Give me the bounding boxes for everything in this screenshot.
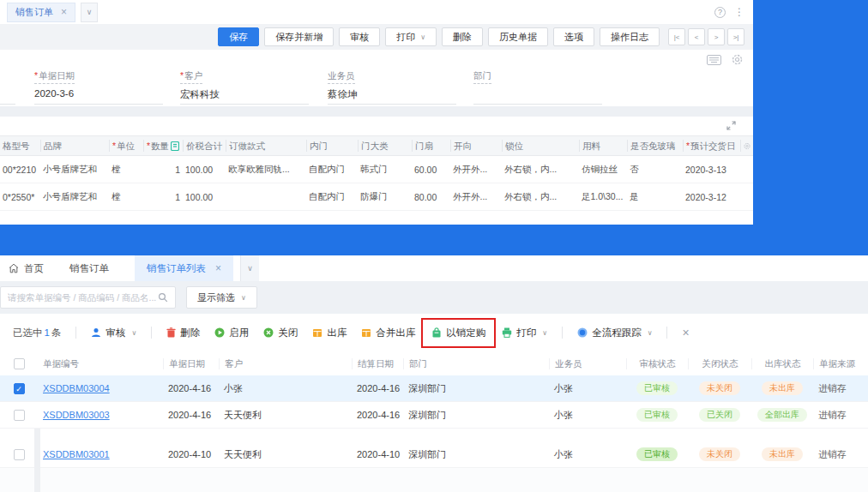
show-filters-button[interactable]: 显示筛选 ∨ — [186, 286, 257, 309]
tab-home[interactable]: 首页 — [9, 262, 44, 275]
batch-fill-icon[interactable] — [171, 141, 179, 151]
col-lock-position[interactable]: 锁位 — [502, 140, 579, 152]
col-salesman[interactable]: 业务员 — [549, 358, 626, 369]
required-marker: * — [34, 70, 38, 81]
last-record-button[interactable]: >| — [727, 28, 744, 45]
order-link[interactable]: XSDDBM03003 — [43, 410, 110, 420]
col-glass-flag[interactable]: 是否免玻璃 — [627, 140, 683, 152]
table-toolbar-area — [0, 117, 753, 135]
print-action-button[interactable]: 打印 ∨ — [502, 327, 547, 339]
close-tab-icon[interactable]: × — [61, 6, 67, 18]
order-link[interactable]: XSDDBM03004 — [43, 383, 110, 393]
tab-sales-order[interactable]: 销售订单 × — [7, 3, 75, 22]
search-filter-bar: 显示筛选 ∨ — [0, 281, 868, 314]
col-door-leaf[interactable]: 门扇 — [412, 140, 450, 152]
status-badge: 已审核 — [636, 447, 678, 461]
prev-record-button[interactable]: < — [688, 28, 705, 45]
save-and-new-button[interactable]: 保存并新增 — [264, 27, 334, 46]
tab-sales-order-list-active[interactable]: 销售订单列表 × — [135, 255, 233, 281]
table-row[interactable]: XSDDBM03003 2020-4-16 天天便利 2020-4-16 深圳部… — [0, 402, 868, 429]
enable-action-button[interactable]: 启用 — [214, 327, 249, 339]
row-gap — [0, 429, 868, 441]
col-material[interactable]: 用料 — [579, 140, 627, 152]
salesman-input[interactable]: 蔡徐坤 — [328, 88, 456, 105]
col-source[interactable]: 单据来源 — [813, 358, 868, 369]
order-line-row[interactable]: 00*2210 小号盾牌艺和 樘 1 100.00 欧享欧雅同轨... 自配内门… — [0, 156, 753, 183]
department-input[interactable] — [473, 88, 602, 105]
clipped-field-underline — [0, 104, 15, 105]
tab-sales-order[interactable]: 销售订单 — [69, 262, 109, 275]
required-marker: * — [112, 140, 116, 152]
audit-button[interactable]: 审核 — [339, 27, 380, 46]
col-open-direction[interactable]: 开向 — [450, 140, 502, 152]
order-link[interactable]: XSDDBM03001 — [43, 449, 110, 459]
make-to-order-action-button[interactable]: 以销定购 — [431, 327, 485, 339]
order-date-input[interactable]: 2020-3-6 — [34, 88, 163, 105]
field-label: 单据日期 — [39, 70, 75, 81]
required-marker: * — [686, 140, 690, 152]
search-icon[interactable] — [158, 292, 168, 303]
field-label: 业务员 — [328, 70, 355, 84]
save-button[interactable]: 保存 — [218, 27, 259, 46]
col-inner-door[interactable]: 内门 — [306, 140, 358, 152]
col-close-status[interactable]: 关闭状态 — [688, 358, 751, 369]
status-badge: 未出库 — [762, 381, 803, 395]
order-window-tabbar: 销售订单 × ∨ ? ⋮ — [0, 0, 753, 24]
operation-log-button[interactable]: 操作日志 — [600, 27, 660, 46]
help-icon[interactable]: ? — [714, 7, 726, 18]
select-all-checkbox[interactable] — [14, 358, 25, 369]
row-checkbox[interactable] — [14, 410, 25, 421]
row-checkbox-checked[interactable]: ✓ — [14, 383, 25, 394]
col-delivery-date[interactable]: *预计交货日 — [683, 140, 740, 152]
trash-icon — [166, 327, 176, 338]
tab-list-dropdown[interactable]: ∨ — [240, 255, 259, 281]
expand-icon[interactable] — [726, 121, 736, 130]
options-button[interactable]: 选项 — [553, 27, 594, 46]
gear-icon[interactable] — [732, 54, 743, 65]
full-process-trace-button[interactable]: 全流程跟踪 ∨ — [577, 327, 652, 339]
col-total-amount[interactable]: 价税合计 — [183, 140, 226, 152]
col-settle-date[interactable]: 结算日期 — [352, 358, 403, 369]
delete-action-button[interactable]: 删除 — [166, 327, 200, 339]
col-door-category[interactable]: 门大类 — [358, 140, 412, 152]
keyboard-icon[interactable] — [707, 55, 721, 65]
more-vertical-icon[interactable]: ⋮ — [734, 6, 744, 18]
history-button[interactable]: 历史单据 — [488, 27, 548, 46]
search-input[interactable] — [8, 292, 158, 303]
merge-outbound-action-button[interactable]: 合并出库 — [361, 327, 415, 339]
col-out-status[interactable]: 出库状态 — [751, 358, 813, 369]
divider — [562, 327, 563, 339]
col-order-date[interactable]: 单据日期 — [163, 358, 219, 369]
col-order-no[interactable]: 单据编号 — [38, 358, 163, 369]
col-spec-model[interactable]: 格型号 — [0, 140, 40, 152]
col-brand[interactable]: 品牌 — [40, 140, 109, 152]
status-badge: 全部出库 — [757, 408, 807, 422]
audit-action-button[interactable]: 审核 ∨ — [91, 327, 136, 339]
col-department[interactable]: 部门 — [403, 358, 549, 369]
column-settings-gear-icon[interactable] — [740, 140, 753, 152]
outbound-action-button[interactable]: 出库 — [312, 327, 347, 339]
first-record-button[interactable]: |< — [668, 28, 685, 45]
tab-list-dropdown[interactable]: ∨ — [81, 3, 98, 22]
print-button[interactable]: 打印 ∨ — [385, 27, 437, 46]
status-badge: 未关闭 — [699, 381, 740, 395]
col-custom-style[interactable]: 订做款式 — [226, 140, 306, 152]
clear-selection-icon[interactable]: × — [682, 326, 689, 339]
person-icon — [91, 327, 101, 338]
col-customer[interactable]: 客户 — [219, 358, 352, 369]
sales-order-edit-window: 销售订单 × ∨ ? ⋮ 保存 保存并新增 审核 — [0, 0, 753, 225]
delete-button[interactable]: 删除 — [442, 27, 483, 46]
col-unit[interactable]: *单位 — [109, 140, 143, 152]
table-row[interactable]: ✓ XSDDBM03004 2020-4-16 小张 2020-4-16 深圳部… — [0, 375, 868, 402]
close-action-button[interactable]: 关闭 — [263, 327, 298, 339]
next-record-button[interactable]: > — [708, 28, 725, 45]
customer-input[interactable]: 宏科科技 — [180, 88, 309, 105]
close-tab-icon[interactable]: × — [215, 262, 221, 274]
col-audit-status[interactable]: 审核状态 — [626, 358, 688, 369]
col-qty[interactable]: *数量 — [143, 140, 183, 152]
order-line-row[interactable]: 0*2550* 小号盾牌艺和 樘 1 100.00 自配内门 防爆门 80.00… — [0, 183, 753, 211]
chevron-down-icon: ∨ — [648, 329, 653, 337]
row-checkbox[interactable] — [14, 449, 25, 460]
order-header-form: *单据日期 2020-3-6 *客户 宏科科技 业务员 蔡徐坤 部门 — [0, 50, 753, 106]
table-row[interactable]: XSDDBM03001 2020-4-10 天天便利 2020-4-10 深圳部… — [0, 441, 868, 468]
